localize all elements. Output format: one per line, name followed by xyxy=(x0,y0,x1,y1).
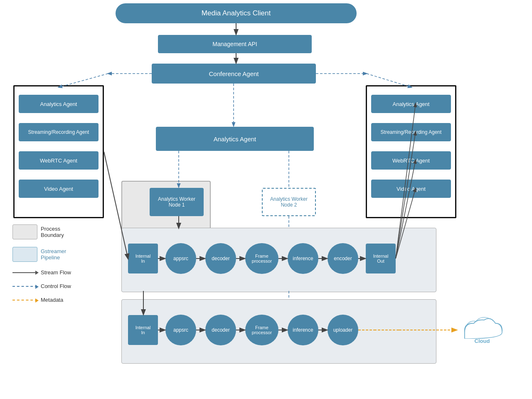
frame-processor-2: Frame processor xyxy=(245,315,278,345)
appsrc-1: appsrc xyxy=(165,243,196,274)
cloud-icon xyxy=(461,312,503,339)
legend-metadata-line xyxy=(12,300,37,300)
media-analytics-client: Media Analytics Client xyxy=(116,3,357,23)
legend-control-flow-label: Control Flow xyxy=(41,283,71,289)
inference-1: inference xyxy=(288,243,318,274)
legend-control-flow-line xyxy=(12,286,37,287)
left-streaming-agent: Streaming/Recording Agent xyxy=(19,123,99,141)
right-video-agent: Video Agent xyxy=(371,180,451,198)
frame-processor-1: Frame processor xyxy=(245,243,278,274)
internal-in-1: Internal In xyxy=(128,244,158,273)
management-api: Management API xyxy=(158,35,312,53)
legend-metadata-label: Metadata xyxy=(41,297,63,303)
uploader-2: uploader xyxy=(328,315,358,345)
diagram: Media Analytics Client Management API Co… xyxy=(0,0,532,399)
legend-control-flow: Control Flow xyxy=(12,283,71,289)
legend-gstreamer: GstreamerPipeline xyxy=(12,247,71,262)
cloud-text: Cloud xyxy=(457,338,507,344)
left-agent-box: Analytics Agent Streaming/Recording Agen… xyxy=(13,85,104,218)
cloud-label: Cloud xyxy=(457,312,507,349)
left-webrtc-agent: WebRTC Agent xyxy=(19,151,99,170)
decoder-1: decoder xyxy=(205,243,236,274)
appsrc-2: appsrc xyxy=(165,315,196,345)
internal-out-1: Internal Out xyxy=(366,244,396,273)
right-webrtc-agent: WebRTC Agent xyxy=(371,151,451,170)
decoder-2: decoder xyxy=(205,315,236,345)
right-streaming-agent: Streaming/Recording Agent xyxy=(371,123,451,141)
right-analytics-agent: Analytics Agent xyxy=(371,95,451,113)
legend: ProcessBoundary GstreamerPipeline Stream… xyxy=(12,224,71,310)
legend-stream-flow-line xyxy=(12,272,37,273)
legend-stream-flow-label: Stream Flow xyxy=(41,269,71,276)
internal-in-2: Internal In xyxy=(128,315,158,345)
analytics-agent-center: Analytics Agent xyxy=(156,127,314,151)
legend-process-boundary: ProcessBoundary xyxy=(12,224,71,239)
analytics-worker-node2: Analytics Worker Node 2 xyxy=(262,188,316,216)
inference-2: inference xyxy=(288,315,318,345)
left-video-agent: Video Agent xyxy=(19,180,99,198)
left-analytics-agent: Analytics Agent xyxy=(19,95,99,113)
legend-stream-flow: Stream Flow xyxy=(12,269,71,276)
legend-metadata: Metadata xyxy=(12,297,71,303)
encoder-1: encoder xyxy=(328,243,358,274)
legend-process-boundary-label: ProcessBoundary xyxy=(41,226,64,238)
analytics-worker-node1: Analytics Worker Node 1 xyxy=(150,188,204,216)
legend-gstreamer-box xyxy=(12,247,37,262)
conference-agent: Conference Agent xyxy=(152,64,316,84)
legend-gstreamer-label: GstreamerPipeline xyxy=(41,248,66,261)
right-agent-box: Analytics Agent Streaming/Recording Agen… xyxy=(366,85,456,218)
legend-process-boundary-box xyxy=(12,224,37,239)
